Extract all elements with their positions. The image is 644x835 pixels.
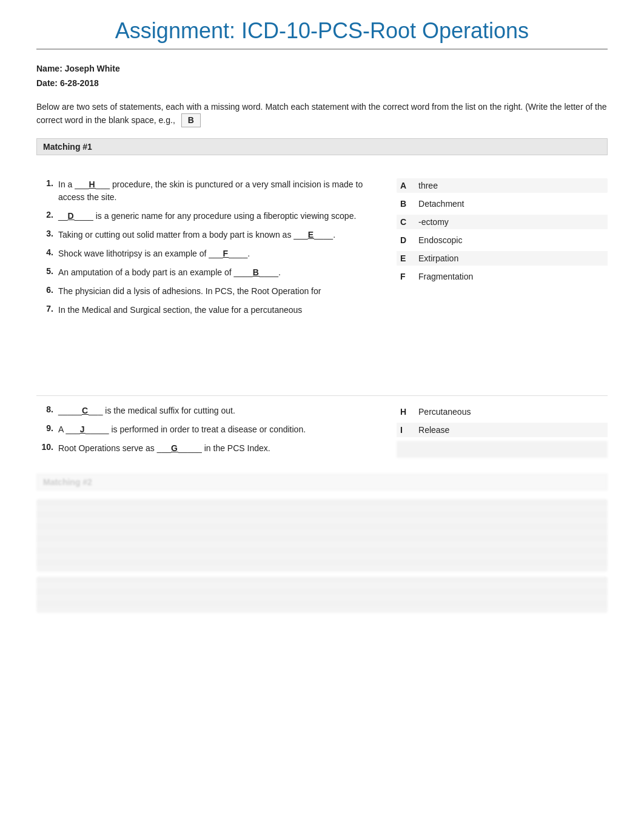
- answers-col: A three B Detachment C -ectomy D Endosco…: [391, 178, 608, 287]
- answer-E: E Extirpation: [397, 251, 608, 266]
- answer-C-text: -ectomy: [418, 217, 449, 227]
- intro-text: Below are two sets of statements, each w…: [36, 101, 608, 127]
- answer-F-text: Fragmentation: [418, 272, 473, 281]
- question-9: 9. A ___J_____ is performed in order to …: [36, 423, 391, 436]
- question-7: 7. In the Medical and Surgical section, …: [36, 304, 391, 317]
- matching2-blurred: Matching #2: [36, 474, 608, 613]
- question-5: 5. An amputation of a body part is an ex…: [36, 266, 391, 279]
- answer-blurred: [397, 441, 608, 458]
- intro-example: B: [181, 113, 201, 127]
- answer-H: H Percutaneous: [397, 404, 608, 419]
- date-label: Date:: [36, 78, 58, 88]
- answer-H-text: Percutaneous: [418, 407, 471, 417]
- question-2: 2. __D____ is a generic name for any pro…: [36, 210, 391, 223]
- answer-C: C -ectomy: [397, 215, 608, 229]
- question-1: 1. In a ___H___ procedure, the skin is p…: [36, 178, 391, 204]
- bottom-section: 8. _____C___ is the medical suffix for c…: [36, 395, 608, 461]
- answer-I: I Release: [397, 423, 608, 437]
- name-value: Joseph White: [65, 64, 120, 73]
- question-8: 8. _____C___ is the medical suffix for c…: [36, 404, 391, 417]
- meta-block: Name: Joseph White Date: 6-28-2018: [36, 62, 608, 91]
- question-6: 6. The physician did a lysis of adhesion…: [36, 285, 391, 298]
- date-value: 6-28-2018: [60, 78, 99, 88]
- answer-D: D Endoscopic: [397, 233, 608, 247]
- page-title: Assignment: ICD-10-PCS-Root Operations: [36, 18, 608, 50]
- question-10: 10. Root Operations serve as ___G_____ i…: [36, 442, 391, 455]
- answer-A-text: three: [418, 181, 438, 190]
- answer-D-text: Endoscopic: [418, 235, 462, 245]
- matching1-section: 1. In a ___H___ procedure, the skin is p…: [36, 178, 608, 323]
- answer-B: B Detachment: [397, 196, 608, 211]
- matching1-header: Matching #1: [36, 138, 608, 155]
- answer-A: A three: [397, 178, 608, 193]
- question-4: 4. Shock wave lithotripsy is an example …: [36, 247, 391, 260]
- answer-I-text: Release: [418, 425, 449, 435]
- answer-B-text: Detachment: [418, 199, 464, 209]
- question-3: 3. Taking or cutting out solid matter fr…: [36, 229, 391, 241]
- name-label: Name:: [36, 64, 62, 73]
- page-container: Assignment: ICD-10-PCS-Root Operations N…: [0, 0, 644, 637]
- answer-E-text: Extirpation: [418, 253, 458, 263]
- questions-col: 1. In a ___H___ procedure, the skin is p…: [36, 178, 391, 323]
- answer-F: F Fragmentation: [397, 269, 608, 284]
